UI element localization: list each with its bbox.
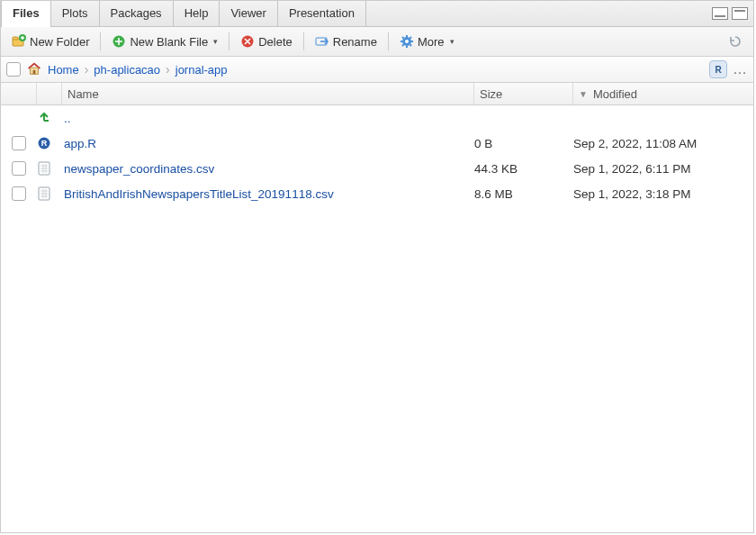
rename-label: Rename [333,35,377,49]
tab-plots[interactable]: Plots [51,1,100,26]
gear-icon [400,34,414,49]
row-checkbox[interactable] [12,161,26,176]
delete-icon [240,34,255,49]
refresh-icon [728,34,742,49]
svg-text:R: R [41,139,48,148]
new-folder-button[interactable]: New Folder [6,32,94,51]
minimize-pane-icon[interactable] [712,7,728,20]
file-size: 0 B [474,137,573,150]
tab-files[interactable]: Files [1,0,51,27]
delete-label: Delete [258,35,292,49]
new-blank-file-button[interactable]: New Blank File ▾ [106,32,223,51]
files-toolbar: New Folder New Blank File ▾ Delete [1,27,753,57]
file-row[interactable]: R app.R 0 B Sep 2, 2022, 11:08 AM [1,131,753,156]
grid-header: Name Size ▼ Modified [1,83,753,105]
crumb-level1[interactable]: ph-aplicacao [94,63,160,77]
col-modified-label: Modified [593,87,637,101]
up-directory-label: .. [64,112,71,125]
maximize-pane-icon[interactable] [732,7,748,20]
rename-button[interactable]: Rename [310,32,382,51]
r-project-icon[interactable]: R [709,60,727,78]
new-folder-icon [12,34,26,49]
chevron-right-icon: › [85,62,89,77]
tab-packages[interactable]: Packages [100,1,174,26]
tabstrip: Files Plots Packages Help Viewer Present… [1,1,753,27]
home-icon[interactable] [26,60,42,79]
file-size: 44.3 KB [474,162,573,176]
up-arrow-icon [37,110,51,127]
file-modified: Sep 1, 2022, 6:11 PM [573,162,753,176]
r-file-icon: R [37,136,51,150]
svg-rect-9 [33,69,36,74]
file-modified: Sep 1, 2022, 3:18 PM [573,187,753,201]
delete-button[interactable]: Delete [235,32,298,51]
csv-file-icon [37,186,51,201]
file-list: .. R app.R 0 B Sep 2, 2022, 11:08 AM [1,105,753,532]
tab-viewer[interactable]: Viewer [220,1,278,26]
breadcrumb: Home › ph-aplicacao › jornal-app R … [1,57,753,83]
more-options-icon[interactable]: … [733,61,748,77]
csv-file-icon [37,161,51,176]
dropdown-arrow-icon: ▾ [213,37,218,46]
dropdown-arrow-icon: ▾ [450,37,454,46]
crumb-home[interactable]: Home [48,63,79,77]
col-name-header[interactable]: Name [62,83,474,104]
rename-icon [315,34,329,49]
file-modified: Sep 2, 2022, 11:08 AM [573,137,753,150]
plus-icon [112,34,126,49]
svg-rect-1 [13,37,18,40]
file-row[interactable]: BritishAndIrishNewspapersTitleList_20191… [1,181,753,206]
row-checkbox[interactable] [12,186,26,201]
col-size-header[interactable]: Size [474,83,573,104]
svg-point-7 [405,40,409,43]
file-name[interactable]: app.R [64,137,96,150]
new-blank-file-label: New Blank File [130,35,208,49]
refresh-button[interactable] [723,32,748,51]
file-size: 8.6 MB [474,187,573,201]
file-row[interactable]: newspaper_coordinates.csv 44.3 KB Sep 1,… [1,156,753,181]
crumb-level2[interactable]: jornal-app [176,63,228,77]
row-checkbox[interactable] [12,136,26,150]
up-directory-row[interactable]: .. [1,105,753,131]
select-all-checkbox[interactable] [6,62,21,77]
more-button[interactable]: More ▾ [394,32,460,51]
tab-help[interactable]: Help [174,1,220,26]
col-modified-header[interactable]: ▼ Modified [573,83,753,104]
files-pane: Files Plots Packages Help Viewer Present… [0,0,754,533]
file-name[interactable]: newspaper_coordinates.csv [64,162,214,176]
file-name[interactable]: BritishAndIrishNewspapersTitleList_20191… [64,187,334,201]
tab-presentation[interactable]: Presentation [278,1,366,26]
chevron-right-icon: › [166,62,170,77]
new-folder-label: New Folder [30,35,89,49]
sort-desc-icon: ▼ [579,89,588,99]
more-label: More [418,35,445,49]
